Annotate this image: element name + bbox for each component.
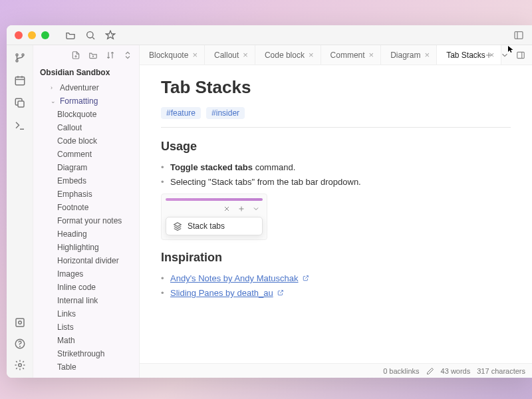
svg-point-8 [18, 321, 21, 325]
tree-file[interactable]: Format your notes [36, 214, 136, 227]
tab-blockquote[interactable]: Blockquote× [140, 45, 205, 65]
calendar-icon[interactable] [14, 74, 26, 86]
vault-icon[interactable] [14, 317, 26, 329]
new-folder-icon[interactable] [88, 51, 98, 60]
tree-file[interactable]: Math [36, 334, 136, 347]
close-tab-icon[interactable]: × [369, 50, 374, 60]
tab-code-block[interactable]: Code block× [255, 45, 321, 65]
collapse-icon[interactable] [123, 51, 132, 60]
tab-dropdown-icon[interactable] [500, 51, 509, 60]
tree-folder-adventurer[interactable]: › Adventurer [36, 81, 136, 94]
list-item: Toggle stacked tabs command. [161, 160, 511, 175]
sort-icon[interactable] [106, 51, 115, 60]
new-tab-icon[interactable] [484, 51, 493, 60]
chevron-right-icon: › [51, 84, 57, 91]
tree-file[interactable]: Highlighting [36, 241, 136, 254]
file-explorer-sidebar: Obsidian Sandbox › Adventurer ⌄ Formatti… [33, 45, 140, 378]
minimize-window-button[interactable] [28, 31, 36, 39]
horizontal-rule [161, 127, 511, 128]
close-tab-icon[interactable]: × [425, 50, 430, 60]
svg-point-11 [18, 364, 21, 367]
settings-icon[interactable] [14, 359, 26, 371]
tree-file[interactable]: Emphasis [36, 188, 136, 201]
external-link-icon [303, 275, 309, 281]
stack-icon [173, 221, 182, 231]
folder-open-icon[interactable] [65, 30, 76, 41]
tree-file[interactable]: Blockquote [36, 108, 136, 121]
tree-file[interactable]: Heading [36, 227, 136, 241]
tree-file-label: Blockquote [57, 110, 96, 119]
svg-rect-1 [515, 31, 523, 39]
tree-file[interactable]: Embeds [36, 174, 136, 188]
status-words: 43 words [441, 367, 471, 375]
status-backlinks[interactable]: 0 backlinks [383, 367, 419, 375]
sidebar-toggle-right-icon[interactable] [516, 51, 525, 60]
tab-label: Code block [265, 51, 305, 60]
star-icon[interactable] [105, 30, 116, 41]
embed-accent-bar [166, 198, 263, 201]
new-note-icon[interactable] [71, 51, 80, 60]
tree-file[interactable]: Table [36, 360, 136, 374]
status-characters: 317 characters [477, 367, 525, 375]
embedded-image: Stack tabs [161, 194, 267, 240]
tree-file[interactable]: Callout [36, 121, 136, 134]
tab-bar: Blockquote×Callout×Code block×Comment×Di… [140, 45, 532, 65]
embed-menu-label: Stack tabs [188, 221, 225, 231]
sidebar-toggle-left-icon[interactable] [513, 30, 524, 41]
tree-file[interactable]: Strikethrough [36, 347, 136, 360]
search-icon[interactable] [85, 30, 96, 41]
vault-title: Obsidian Sandbox [33, 65, 139, 81]
edit-mode-icon[interactable] [426, 367, 434, 375]
tag-insider[interactable]: #insider [206, 107, 245, 119]
tree-file-label: Format your notes [57, 216, 122, 225]
tab-callout[interactable]: Callout× [205, 45, 255, 65]
close-tab-icon[interactable]: × [309, 50, 314, 60]
external-link-icon [277, 289, 284, 296]
tab-label: Blockquote [149, 51, 188, 60]
tree-file-label: Links [57, 309, 76, 319]
maximize-window-button[interactable] [41, 31, 49, 39]
embed-dropdown-item: Stack tabs [166, 217, 263, 235]
tag-feature[interactable]: #feature [161, 107, 201, 119]
tree-file-label: Table [57, 362, 76, 372]
tree-file[interactable]: Code block [36, 134, 136, 148]
tree-file-label: Footnote [57, 203, 88, 212]
main-pane: Blockquote×Callout×Code block×Comment×Di… [140, 45, 532, 378]
external-link[interactable]: Sliding Panes by death_au [170, 288, 273, 298]
tree-file-label: Strikethrough [57, 349, 104, 358]
tree-file-label: Diagram [57, 163, 87, 172]
page-title: Tab Stacks [161, 77, 511, 98]
tab-comment[interactable]: Comment× [321, 45, 382, 65]
tree-file[interactable]: Horizontal divider [36, 254, 136, 267]
tab-label: Diagram [390, 51, 420, 60]
terminal-icon[interactable] [14, 120, 26, 132]
close-tab-icon[interactable]: × [243, 50, 248, 60]
chevron-down-icon: ⌄ [51, 98, 57, 104]
file-tree: › Adventurer ⌄ Formatting BlockquoteCall… [33, 81, 139, 378]
help-icon[interactable] [14, 338, 26, 350]
tree-file[interactable]: Internal link [36, 294, 136, 307]
tree-file[interactable]: Diagram [36, 161, 136, 174]
tree-file[interactable]: Images [36, 267, 136, 281]
tree-file[interactable]: Inline code [36, 281, 136, 294]
close-tab-icon[interactable]: × [192, 50, 198, 60]
tree-folder-formatting[interactable]: ⌄ Formatting [36, 94, 136, 108]
svg-point-0 [87, 31, 93, 37]
svg-rect-12 [517, 52, 525, 58]
close-icon [223, 205, 231, 213]
tree-file-label: Math [57, 336, 75, 345]
copy-icon[interactable] [14, 97, 26, 109]
close-window-button[interactable] [15, 31, 23, 39]
tree-file[interactable]: Comment [36, 148, 136, 161]
tree-file[interactable]: Links [36, 307, 136, 321]
tree-file[interactable]: Footnote [36, 201, 136, 214]
git-branch-icon[interactable] [14, 52, 26, 64]
inspiration-list: Andy's Notes by Andy Matuschak Sliding P… [161, 271, 511, 301]
tree-file-label: Inline code [57, 283, 96, 292]
tree-file[interactable]: Lists [36, 321, 136, 334]
svg-point-2 [16, 54, 18, 56]
tree-file-label: Emphasis [57, 190, 92, 199]
external-link[interactable]: Andy's Notes by Andy Matuschak [170, 273, 299, 283]
tab-diagram[interactable]: Diagram× [381, 45, 437, 65]
window-controls [15, 31, 49, 39]
